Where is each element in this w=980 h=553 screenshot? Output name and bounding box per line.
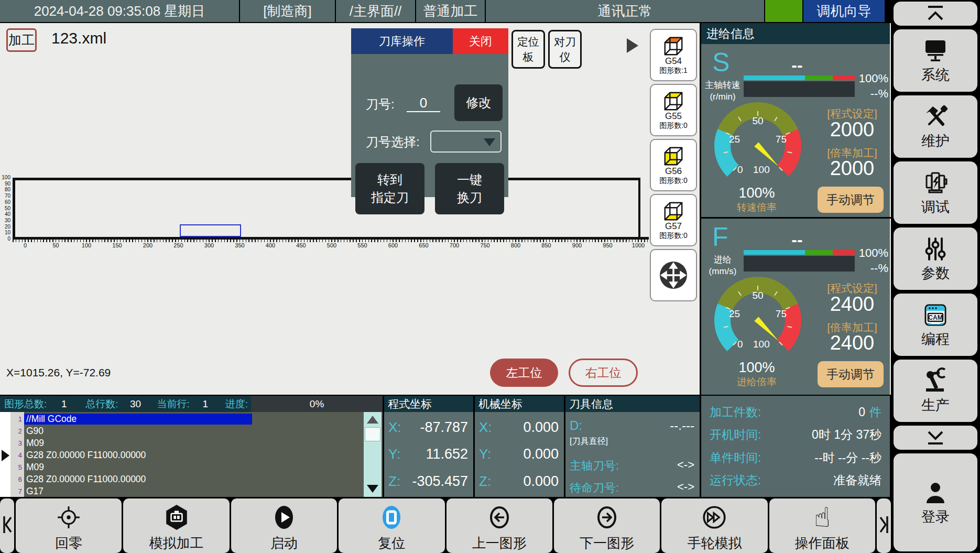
x-axis-tick-label: 700 — [450, 242, 459, 248]
gcode-line[interactable]: 3M09 — [10, 437, 363, 449]
bar-chevron-right-icon — [878, 512, 890, 537]
sidebar-item-cam-programming[interactable]: CAM 编程 — [894, 294, 977, 356]
handwheel-simulate-button[interactable]: 手轮模拟 — [661, 498, 767, 553]
offset-shape-count: 图形数:1 — [659, 66, 688, 75]
chevron-down-icon — [484, 138, 495, 146]
x-axis-tick-label: 200 — [143, 242, 153, 248]
gauge-tick-50: 50 — [714, 115, 801, 127]
feed-override-gauge: 0 25 50 75 100 — [714, 277, 801, 364]
robot-arm-icon — [922, 367, 949, 395]
previous-shape-button[interactable]: 上一图形 — [447, 498, 552, 553]
positioning-plate-label-2: 板 — [523, 49, 534, 64]
modify-button[interactable]: 修改 — [454, 84, 503, 121]
offset-g54-button[interactable]: G54 图形数:1 — [650, 29, 697, 81]
sidebar-item-production[interactable]: 生产 — [894, 360, 977, 422]
current-line-label: 当前行: — [157, 397, 190, 411]
tool-setter-button[interactable]: 对刀 仪 — [548, 30, 582, 69]
x-axis-tick-label: 50 — [52, 242, 59, 248]
offset-shape-count: 图形数:0 — [659, 176, 688, 186]
gcode-line[interactable]: 1//Mill GCode — [10, 413, 363, 425]
offset-g56-button[interactable]: G56 图形数:0 — [650, 139, 697, 191]
right-station-button[interactable]: 右工位 — [569, 359, 638, 387]
gcode-line[interactable]: 6G28 Z0.00000 F11000.00000 — [10, 473, 363, 485]
toolbar-collapse-left-button[interactable] — [0, 498, 14, 553]
total-lines-label: 总行数: — [85, 397, 118, 411]
total-shapes-value: 1 — [47, 398, 81, 410]
gauge-tick-25: 25 — [729, 134, 740, 145]
y-axis-tick-label: 50 — [5, 205, 10, 211]
operation-panel-button[interactable]: ☝ 操作面板 — [769, 498, 875, 553]
program-coords-panel: 程式坐标 X:-87.787 Y:11.652 Z:-305.457 — [384, 396, 473, 497]
offset-g55-button[interactable]: G55 图形数:0 — [650, 84, 697, 136]
one-key-change-button[interactable]: 一键 换刀 — [435, 163, 504, 214]
feed-override-caption: 进给倍率 — [718, 375, 795, 389]
toolbar-expand-right-button[interactable] — [877, 498, 891, 553]
tool-setter-label-2: 仪 — [560, 49, 571, 64]
sidebar-item-system[interactable]: 系统 — [894, 29, 977, 92]
x-axis-tick-label: 800 — [511, 242, 520, 248]
scroll-down-icon[interactable] — [364, 481, 382, 496]
offset-shape-count: 图形数:0 — [659, 231, 688, 241]
sidebar-item-login[interactable]: 登录 — [894, 453, 977, 551]
dialog-close-button[interactable]: 关闭 — [453, 28, 508, 54]
scrollbar-thumb[interactable] — [365, 427, 380, 441]
spindle-override-gauge: 0 25 50 75 100 — [714, 102, 801, 189]
positioning-plate-button[interactable]: 定位 板 — [511, 30, 545, 69]
goto-tool-button[interactable]: 转到 指定刀 — [355, 163, 424, 214]
spindle-max-percent: 100% — [854, 72, 888, 85]
offset-g57-button[interactable]: G57 图形数:0 — [650, 194, 697, 246]
reset-button[interactable]: 复位 — [339, 498, 444, 553]
feed-manual-adjust-button[interactable]: 手动调节 — [818, 361, 884, 387]
spindle-manual-adjust-button[interactable]: 手动调节 — [818, 187, 884, 213]
start-button[interactable]: 启动 — [231, 498, 337, 553]
right-sidebar: 系统 维护 调试 参数 CAM 编程 生产 登录 — [891, 0, 980, 553]
y-axis-tick-label: 90 — [5, 181, 10, 187]
tool-info-panel: 刀具信息 D: --.--- [刀具直径] 主轴刀号: <-> 待命刀号: <-… — [565, 396, 700, 497]
tool-select-dropdown[interactable] — [430, 131, 502, 153]
dialog-title: 刀库操作 — [351, 28, 453, 54]
process-mode-button[interactable]: 加工 — [6, 28, 37, 52]
gcode-scrollbar[interactable] — [364, 412, 382, 497]
gcode-lines: 1//Mill GCode 2G90 3M09 4G28 Z0.00000 F1… — [10, 413, 363, 497]
coord-row: X:-87.787 — [384, 419, 473, 436]
spindle-actual-value: -- — [760, 56, 834, 75]
sidebar-item-maintenance[interactable]: 维护 — [894, 95, 977, 158]
shape-selection-rect[interactable] — [180, 224, 241, 237]
svg-text:CAM: CAM — [928, 314, 942, 321]
setup-wizard-button[interactable]: 调机向导 — [803, 0, 885, 22]
next-shape-button[interactable]: 下一图形 — [554, 498, 660, 553]
gcode-line[interactable]: 7G17 — [10, 485, 363, 497]
gcode-line[interactable]: 2G90 — [10, 425, 363, 437]
gauge-tick-0: 0 — [737, 339, 743, 350]
circle-arrow-left-icon — [487, 504, 512, 531]
sidebar-item-parameters[interactable]: 参数 — [894, 227, 977, 290]
tool-select-label: 刀号选择: — [366, 134, 420, 150]
feed-current-percent: --% — [854, 262, 888, 275]
workpiece-outline — [13, 178, 640, 237]
program-coords-title: 程式坐标 — [384, 396, 473, 412]
hammer-tools-icon — [922, 103, 949, 131]
expand-right-icon[interactable] — [627, 38, 638, 53]
x-axis-tick-label: 500 — [327, 242, 336, 248]
home-zero-button[interactable]: 回零 — [16, 498, 122, 553]
gcode-header: 图形总数: 1 总行数: 30 当前行: 1 进度: 0% — [0, 396, 383, 412]
sidebar-collapse-up-button[interactable] — [894, 2, 977, 26]
spindle-letter: S — [712, 47, 729, 78]
gauge-tick-25: 25 — [729, 308, 740, 320]
gcode-line[interactable]: 5M09 — [10, 461, 363, 473]
status-indicator-green — [765, 0, 803, 22]
gcode-line[interactable]: 4G28 Z0.00000 F11000.00000 — [10, 449, 363, 461]
sidebar-expand-down-button[interactable] — [894, 426, 977, 450]
left-station-button[interactable]: 左工位 — [490, 359, 558, 387]
gcode-list[interactable]: 1//Mill GCode 2G90 3M09 4G28 Z0.00000 F1… — [0, 412, 383, 497]
scroll-up-icon[interactable] — [364, 412, 382, 427]
tool-setter-label-1: 对刀 — [554, 34, 576, 49]
pan-move-button[interactable] — [650, 249, 697, 301]
sidebar-item-debug[interactable]: 调试 — [894, 161, 977, 224]
motor-lightning-icon — [922, 169, 949, 197]
simulate-machining-button[interactable]: 模拟加工 — [123, 498, 229, 553]
cnc-main-screen: 2024-04-28 09:35:08 星期日 [制造商] /主界面// 普通加… — [0, 0, 980, 553]
progress-value: 0% — [310, 398, 324, 410]
tool-number-input[interactable]: 0 — [407, 95, 440, 112]
feed-load-bar — [744, 256, 855, 272]
